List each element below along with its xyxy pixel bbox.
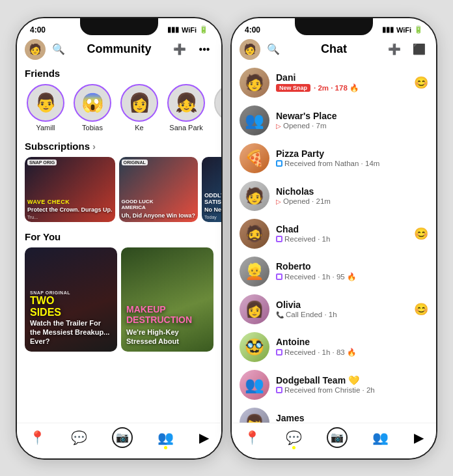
nav-chat[interactable]: 💬 <box>71 430 87 445</box>
sub-bottom-row: Tru... <box>27 215 113 219</box>
nav-community[interactable]: 👥 <box>372 430 389 445</box>
bottom-nav-chat: 📍 💬 📷 👥 ▶ <box>232 423 436 458</box>
chat-item-chad[interactable]: 🧔 Chad Received · 1h 😊 <box>232 215 436 253</box>
nav-map[interactable]: 📍 <box>244 430 260 445</box>
header-icons: ➕ ••• <box>171 40 213 59</box>
friend-item[interactable]: 🧑 Da... <box>212 84 221 132</box>
friend-avatar: 👨 <box>27 84 64 122</box>
sub-bottom-row: Today <box>204 215 221 219</box>
chat-avatar: 🧑 <box>240 68 269 98</box>
chat-emoji: 😊 <box>414 76 428 90</box>
user-avatar[interactable]: 🧑 <box>25 39 46 60</box>
chat-info: Dodgeball Team 💛 Received from Christie … <box>276 375 428 394</box>
sub-card-text: Protect the Crown. Durags Up. <box>27 206 113 214</box>
add-chat-button[interactable]: ➕ <box>385 40 404 59</box>
nav-discover[interactable]: ▶ <box>414 430 424 445</box>
friend-name: Ke <box>135 124 143 132</box>
chat-info: Pizza Party Received from Nathan · 14m <box>276 148 428 167</box>
for-you-card[interactable]: SNAP ORIGINAL TWOSIDES Watch the Trailer… <box>25 247 117 352</box>
nav-discover[interactable]: ▶ <box>199 430 209 445</box>
notch-chat <box>295 18 373 35</box>
app-header-chat: 🧑 🔍 Chat ➕ ⬛ <box>232 36 436 64</box>
nav-camera[interactable]: 📷 <box>112 427 133 448</box>
for-you-grid: SNAP ORIGINAL TWOSIDES Watch the Trailer… <box>17 245 221 357</box>
chat-status: Received · 1h · 95 🔥 <box>276 272 428 281</box>
chat-avatar: 🥸 <box>240 332 269 362</box>
sub-card-bg: GOOD LUCKAMERICA Uh, Did Anyone Win Iowa… <box>119 157 199 222</box>
user-avatar[interactable]: 🧑 <box>240 39 260 60</box>
status-time: 4:00 <box>245 25 260 35</box>
chat-status: Received · 1h · 83 🔥 <box>276 348 428 357</box>
chat-info: Nicholas ▷ Opened · 21m <box>276 186 428 205</box>
friend-item[interactable]: 👩 Ke <box>118 84 160 132</box>
chat-name: Antoine <box>276 337 428 347</box>
header-icons: ➕ ⬛ <box>385 40 428 59</box>
chat-name: Chad <box>276 224 407 234</box>
for-you-card[interactable]: MAKEUPDESTRUCTION We're High-Key Stresse… <box>121 247 213 352</box>
search-button[interactable]: 🔍 <box>49 40 68 59</box>
chat-item-james[interactable]: 👦 James Received · 5h <box>232 404 436 423</box>
chat-info: Roberto Received · 1h · 95 🔥 <box>276 261 428 281</box>
chat-avatar: 👥 <box>240 105 269 135</box>
chat-info: Dani New Snap · 2m · 178 🔥 <box>276 72 407 92</box>
chat-item-olivia[interactable]: 👩 Olivia 📞 Call Ended · 1h 😊 <box>232 290 436 328</box>
chat-name: James <box>276 413 428 423</box>
chevron-right-icon: › <box>92 141 96 152</box>
add-friend-button[interactable]: ➕ <box>171 40 189 59</box>
chat-avatar: 👩 <box>240 294 269 324</box>
chat-status: Received from Christie · 2h <box>276 386 428 394</box>
received-purple-icon <box>276 349 282 356</box>
signal-icon: ▮▮▮ <box>167 25 179 34</box>
chat-item-newars-place[interactable]: 👥 Newar's Place ▷ Opened · 7m <box>232 102 436 139</box>
search-button[interactable]: 🔍 <box>264 40 282 59</box>
received-icon <box>276 160 282 167</box>
friend-avatar: 👧 <box>167 84 205 122</box>
status-text: Received · 1h · 83 🔥 <box>284 348 356 357</box>
subscription-card[interactable]: WAVE CHECK Protect the Crown. Durags Up.… <box>25 157 115 222</box>
friend-avatar: 👩 <box>120 84 158 122</box>
nav-chat-active[interactable]: 💬 <box>286 430 302 445</box>
battery-icon: 🔋 <box>414 25 423 34</box>
chat-item-roberto[interactable]: 👱 Roberto Received · 1h · 95 🔥 <box>232 253 436 290</box>
subscriptions-grid: WAVE CHECK Protect the Crown. Durags Up.… <box>17 154 221 227</box>
camera-flip-button[interactable]: ⬛ <box>410 40 428 59</box>
friend-item[interactable]: 👧 Sana Park <box>165 84 207 132</box>
subscription-card[interactable]: ODDLYSATISFYING No Need to Be Pressed Wh… <box>202 157 221 222</box>
app-header-community: 🧑 🔍 Community ➕ ••• <box>17 36 221 64</box>
subscription-card[interactable]: GOOD LUCKAMERICA Uh, Did Anyone Win Iowa… <box>119 157 199 222</box>
notch-community <box>80 18 158 35</box>
received-purple-icon <box>276 387 282 393</box>
chat-info: Chad Received · 1h <box>276 224 407 243</box>
chat-screen: 4:00 ▮▮▮ WiFi 🔋 🧑 🔍 Chat ➕ ⬛ <box>232 18 436 458</box>
new-snap-text: · 2m · 178 🔥 <box>314 83 359 92</box>
friend-name: Tobias <box>82 124 103 132</box>
sub-card-text: No Need to Be Pressed When U Got These <box>204 206 221 214</box>
chat-item-pizza-party[interactable]: 🍕 Pizza Party Received from Nathan · 14m <box>232 139 436 177</box>
chat-item-dodgeball-team[interactable]: 👥 Dodgeball Team 💛 Received from Christi… <box>232 366 436 404</box>
sent-icon: ▷ <box>276 198 281 205</box>
friend-item[interactable]: 😱 Tobias <box>72 84 113 132</box>
chat-item-antoine[interactable]: 🥸 Antoine Received · 1h · 83 🔥 <box>232 328 436 366</box>
chat-status: Received from Nathan · 14m <box>276 160 428 167</box>
chat-item-dani[interactable]: 🧑 Dani New Snap · 2m · 178 🔥 😊 <box>232 64 436 102</box>
status-text: Received · 1h <box>284 235 330 243</box>
sub-card-text: Uh, Did Anyone Win Iowa? <box>122 212 196 219</box>
subscriptions-title: Subscriptions <box>25 141 90 152</box>
chat-info: Olivia 📞 Call Ended · 1h <box>276 300 407 318</box>
status-text: Opened · 21m <box>283 197 331 205</box>
received-purple-icon <box>276 273 282 280</box>
chat-status: ▷ Opened · 7m <box>276 122 428 130</box>
chat-info: Newar's Place ▷ Opened · 7m <box>276 111 428 130</box>
friend-item[interactable]: 👨 Yamill <box>25 84 66 132</box>
nav-camera[interactable]: 📷 <box>327 427 348 448</box>
bottom-nav-community: 📍 💬 📷 👥 ▶ <box>17 423 221 458</box>
friends-section-title: Friends <box>17 64 221 81</box>
battery-icon: 🔋 <box>199 25 208 34</box>
chat-avatar: 🍕 <box>240 143 269 173</box>
nav-map[interactable]: 📍 <box>29 430 46 445</box>
chat-item-nicholas[interactable]: 🧑 Nicholas ▷ Opened · 21m <box>232 177 436 215</box>
more-button[interactable]: ••• <box>195 40 213 59</box>
received-purple-icon <box>276 236 282 242</box>
nav-community[interactable]: 👥 <box>158 430 174 445</box>
community-screen: 4:00 ▮▮▮ WiFi 🔋 🧑 🔍 Community ➕ ••• <box>17 18 221 458</box>
